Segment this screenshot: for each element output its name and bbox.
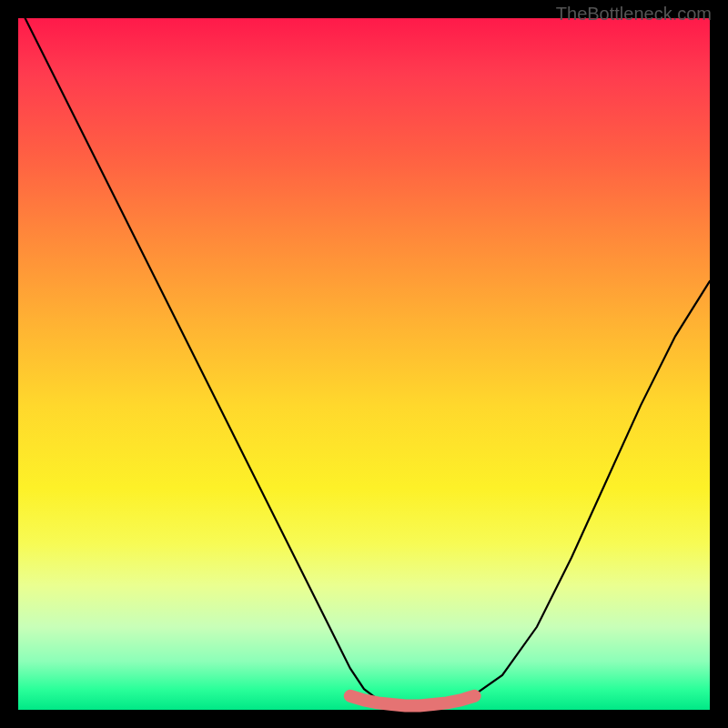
- chart-gradient-background: [18, 18, 710, 710]
- chart-svg: [18, 18, 710, 710]
- watermark-text: TheBottleneck.com: [556, 4, 712, 25]
- optimal-range-marker: [350, 696, 475, 706]
- bottleneck-curve-line: [18, 5, 710, 706]
